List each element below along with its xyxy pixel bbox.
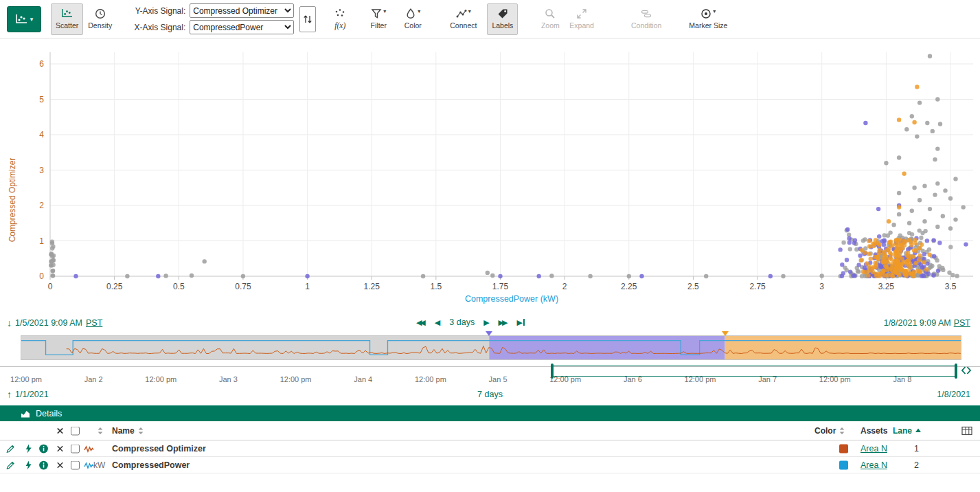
scatter-point[interactable] <box>852 273 856 278</box>
scatter-point[interactable] <box>847 241 852 245</box>
scatter-point[interactable] <box>241 274 245 278</box>
scatter-point[interactable] <box>955 274 959 278</box>
half-step-forward-button[interactable]: ▶ <box>483 318 489 327</box>
scatter-point[interactable] <box>924 267 928 271</box>
scatter-point[interactable] <box>860 258 864 262</box>
scatter-point[interactable] <box>943 188 947 192</box>
scatter-point[interactable] <box>948 226 953 230</box>
scatter-point[interactable] <box>305 274 309 278</box>
scatter-point[interactable] <box>856 262 861 267</box>
filter-button[interactable]: ▾ Filter <box>364 3 393 35</box>
scatter-point[interactable] <box>947 271 951 275</box>
scatter-plot-canvas[interactable]: 012345600.250.50.7511.251.51.7522.252.52… <box>0 38 980 313</box>
scatter-point[interactable] <box>882 260 886 264</box>
asset-link[interactable]: Area N <box>861 460 887 470</box>
scatter-point[interactable] <box>156 274 160 278</box>
scatter-point[interactable] <box>911 271 915 276</box>
scatter-point[interactable] <box>490 273 494 278</box>
scatter-point[interactable] <box>889 273 893 277</box>
scatter-point[interactable] <box>896 247 900 251</box>
scatter-point[interactable] <box>912 120 916 124</box>
scatter-point[interactable] <box>902 172 906 176</box>
scatter-point[interactable] <box>51 269 55 273</box>
scatter-point[interactable] <box>914 261 918 265</box>
scatter-point[interactable] <box>878 243 882 247</box>
column-header-assets[interactable]: Assets <box>861 426 887 436</box>
asset-link[interactable]: Area N <box>861 444 887 454</box>
scatter-point[interactable] <box>877 272 881 276</box>
scatter-point[interactable] <box>922 252 926 256</box>
scatter-point[interactable] <box>932 254 936 258</box>
scatter-point[interactable] <box>51 245 55 249</box>
scatter-point[interactable] <box>900 268 904 272</box>
scatter-point[interactable] <box>881 269 885 273</box>
table-columns-icon[interactable] <box>961 425 973 436</box>
scatter-point[interactable] <box>863 121 867 125</box>
scatter-point[interactable] <box>893 251 897 256</box>
x-axis-signal-select[interactable]: CompressedPower <box>190 20 294 34</box>
connect-button[interactable]: ▾ Connect <box>445 3 481 35</box>
row-checkbox[interactable] <box>71 444 80 453</box>
scatter-point[interactable] <box>918 254 922 258</box>
scatter-point[interactable] <box>938 122 942 126</box>
scatter-point[interactable] <box>848 247 852 251</box>
scatter-point[interactable] <box>882 243 886 247</box>
sort-type-icon[interactable] <box>97 427 104 435</box>
scatter-point[interactable] <box>927 247 931 251</box>
scatter-point[interactable] <box>894 238 898 242</box>
scatter-point[interactable] <box>845 227 850 232</box>
expand-range-icon[interactable] <box>960 364 972 377</box>
fx-button[interactable]: f(x) <box>326 3 354 35</box>
scatter-point[interactable] <box>73 274 78 278</box>
scatter-point[interactable] <box>870 267 874 271</box>
scatter-point[interactable] <box>878 248 882 252</box>
scatter-point[interactable] <box>163 273 168 278</box>
scatter-point[interactable] <box>897 118 901 122</box>
scatter-point[interactable] <box>841 241 845 245</box>
scatter-point[interactable] <box>781 274 785 278</box>
scatter-point[interactable] <box>915 134 919 138</box>
item-name[interactable]: CompressedPower <box>112 460 190 470</box>
row-checkbox[interactable] <box>71 460 80 469</box>
scatter-point[interactable] <box>931 238 935 242</box>
scatter-point[interactable] <box>907 221 911 225</box>
edit-icon[interactable] <box>5 460 16 470</box>
scatter-point[interactable] <box>889 252 893 256</box>
scatter-point[interactable] <box>918 198 922 202</box>
scatter-point[interactable] <box>935 97 939 101</box>
scatter-point[interactable] <box>847 236 851 241</box>
scatter-point[interactable] <box>897 212 901 216</box>
scatter-point[interactable] <box>911 254 915 258</box>
scatter-point[interactable] <box>909 243 913 247</box>
scatter-point[interactable] <box>498 274 502 278</box>
scatter-point[interactable] <box>915 85 919 89</box>
scatter-point[interactable] <box>935 181 939 186</box>
scatter-point[interactable] <box>893 261 898 265</box>
scatter-point[interactable] <box>902 239 906 243</box>
scatter-point[interactable] <box>883 254 887 258</box>
scatter-point[interactable] <box>867 251 871 256</box>
scatter-point[interactable] <box>421 274 425 278</box>
scatter-point[interactable] <box>838 247 842 251</box>
scatter-point[interactable] <box>190 273 194 278</box>
scatter-point[interactable] <box>937 241 942 245</box>
edit-icon[interactable] <box>5 443 16 454</box>
scatter-point[interactable] <box>887 247 891 251</box>
scatter-point[interactable] <box>941 268 945 272</box>
scatter-point[interactable] <box>588 274 592 278</box>
scatter-point[interactable] <box>820 273 824 278</box>
half-step-back-button[interactable]: ◀ <box>435 318 440 327</box>
scatter-point[interactable] <box>922 184 926 188</box>
scatter-point[interactable] <box>897 205 901 209</box>
scatter-point[interactable] <box>887 241 891 245</box>
scatter-point[interactable] <box>891 223 896 227</box>
scatter-point[interactable] <box>931 273 935 278</box>
scatter-point[interactable] <box>910 114 914 118</box>
info-icon[interactable] <box>38 443 49 454</box>
scatter-point[interactable] <box>887 219 891 223</box>
scatter-point[interactable] <box>948 197 953 201</box>
step-forward-button[interactable]: ▶▶ <box>499 318 508 327</box>
scatter-point[interactable] <box>50 254 54 258</box>
scatter-point[interactable] <box>896 265 900 269</box>
scatter-point[interactable] <box>904 273 909 278</box>
